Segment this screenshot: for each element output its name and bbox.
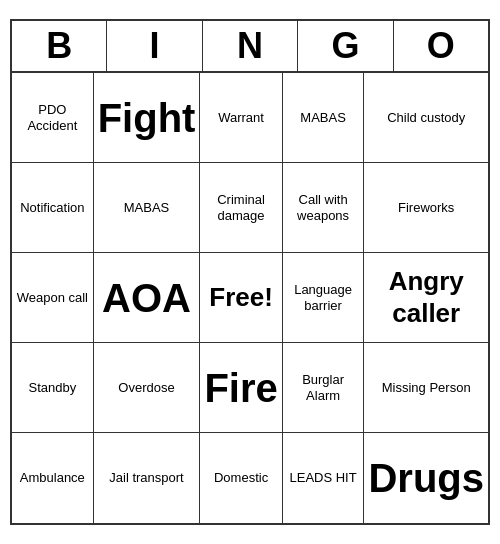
bingo-cell-7: Criminal damage	[200, 163, 282, 253]
bingo-cell-16: Overdose	[94, 343, 201, 433]
bingo-cell-5: Notification	[12, 163, 94, 253]
bingo-cell-4: Child custody	[364, 73, 488, 163]
header-letter-g: G	[298, 21, 393, 71]
bingo-cell-0: PDO Accident	[12, 73, 94, 163]
bingo-cell-17: Fire	[200, 343, 282, 433]
bingo-cell-1: Fight	[94, 73, 201, 163]
bingo-grid: PDO AccidentFightWarrantMABASChild custo…	[12, 73, 488, 523]
bingo-cell-24: Drugs	[364, 433, 488, 523]
bingo-cell-8: Call with weapons	[283, 163, 365, 253]
bingo-cell-9: Fireworks	[364, 163, 488, 253]
bingo-cell-21: Jail transport	[94, 433, 201, 523]
header-letter-i: I	[107, 21, 202, 71]
bingo-cell-10: Weapon call	[12, 253, 94, 343]
bingo-cell-19: Missing Person	[364, 343, 488, 433]
bingo-cell-20: Ambulance	[12, 433, 94, 523]
bingo-cell-23: LEADS HIT	[283, 433, 365, 523]
bingo-cell-15: Standby	[12, 343, 94, 433]
bingo-cell-22: Domestic	[200, 433, 282, 523]
bingo-cell-13: Language barrier	[283, 253, 365, 343]
bingo-cell-3: MABAS	[283, 73, 365, 163]
header-letter-b: B	[12, 21, 107, 71]
bingo-cell-6: MABAS	[94, 163, 201, 253]
bingo-cell-18: Burglar Alarm	[283, 343, 365, 433]
bingo-cell-12: Free!	[200, 253, 282, 343]
bingo-cell-14: Angry caller	[364, 253, 488, 343]
header-letter-n: N	[203, 21, 298, 71]
bingo-cell-11: AOA	[94, 253, 201, 343]
bingo-card: BINGO PDO AccidentFightWarrantMABASChild…	[10, 19, 490, 525]
header-letter-o: O	[394, 21, 488, 71]
bingo-cell-2: Warrant	[200, 73, 282, 163]
bingo-header: BINGO	[12, 21, 488, 73]
